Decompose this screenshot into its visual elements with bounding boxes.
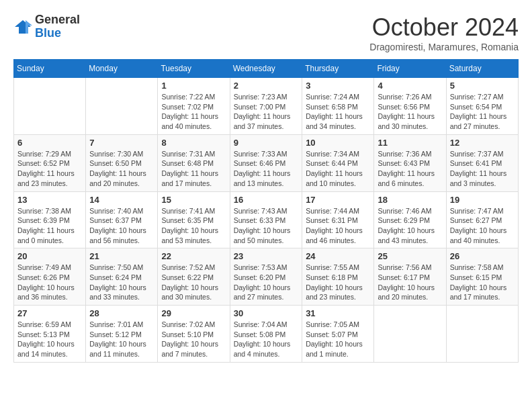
calendar-cell: 18Sunrise: 7:46 AMSunset: 6:29 PMDayligh… [374, 191, 446, 248]
logo-text: General Blue [35, 13, 80, 40]
day-number: 28 [89, 308, 154, 318]
day-info: Sunrise: 7:46 AMSunset: 6:29 PMDaylight:… [378, 206, 442, 246]
day-info: Sunrise: 7:56 AMSunset: 6:17 PMDaylight:… [378, 263, 442, 302]
day-info: Sunrise: 7:02 AMSunset: 5:10 PMDaylight:… [161, 320, 226, 359]
day-info: Sunrise: 7:37 AMSunset: 6:41 PMDaylight:… [450, 149, 515, 189]
day-number: 5 [450, 81, 515, 91]
calendar-cell [14, 78, 86, 135]
calendar-cell: 5Sunrise: 7:27 AMSunset: 6:54 PMDaylight… [446, 78, 518, 135]
day-number: 4 [378, 81, 442, 91]
calendar-cell: 29Sunrise: 7:02 AMSunset: 5:10 PMDayligh… [158, 306, 230, 363]
day-number: 2 [234, 81, 298, 91]
calendar-cell: 26Sunrise: 7:58 AMSunset: 6:15 PMDayligh… [446, 248, 518, 306]
day-number: 30 [234, 308, 298, 318]
weekday-header-monday: Monday [86, 60, 158, 78]
day-number: 3 [306, 81, 370, 91]
day-info: Sunrise: 7:34 AMSunset: 6:44 PMDaylight:… [306, 149, 370, 189]
calendar-cell: 11Sunrise: 7:36 AMSunset: 6:43 PMDayligh… [374, 134, 446, 191]
weekday-header-tuesday: Tuesday [158, 60, 230, 78]
day-number: 26 [450, 251, 515, 261]
day-info: Sunrise: 7:47 AMSunset: 6:27 PMDaylight:… [450, 206, 515, 246]
calendar-cell [86, 78, 158, 135]
location: Dragomiresti, Maramures, Romania [369, 42, 519, 52]
day-info: Sunrise: 7:33 AMSunset: 6:46 PMDaylight:… [234, 149, 298, 189]
calendar-week-4: 20Sunrise: 7:49 AMSunset: 6:26 PMDayligh… [14, 248, 519, 306]
month-title: October 2024 [369, 13, 519, 42]
calendar-cell: 25Sunrise: 7:56 AMSunset: 6:17 PMDayligh… [374, 248, 446, 306]
day-number: 11 [378, 138, 442, 148]
calendar-cell: 22Sunrise: 7:52 AMSunset: 6:22 PMDayligh… [158, 248, 230, 306]
day-info: Sunrise: 7:30 AMSunset: 6:50 PMDaylight:… [89, 149, 154, 189]
day-info: Sunrise: 7:43 AMSunset: 6:33 PMDaylight:… [234, 206, 298, 246]
weekday-header-wednesday: Wednesday [230, 60, 302, 78]
calendar-cell: 13Sunrise: 7:38 AMSunset: 6:39 PMDayligh… [14, 191, 86, 248]
calendar-cell: 12Sunrise: 7:37 AMSunset: 6:41 PMDayligh… [446, 134, 518, 191]
day-info: Sunrise: 7:40 AMSunset: 6:37 PMDaylight:… [89, 206, 154, 246]
calendar-week-2: 6Sunrise: 7:29 AMSunset: 6:52 PMDaylight… [14, 134, 519, 191]
weekday-header-sunday: Sunday [14, 60, 86, 78]
day-number: 7 [89, 138, 154, 148]
logo-blue: Blue [35, 27, 80, 40]
day-number: 6 [17, 138, 82, 148]
day-number: 9 [234, 138, 298, 148]
day-number: 10 [306, 138, 370, 148]
calendar-cell: 23Sunrise: 7:53 AMSunset: 6:20 PMDayligh… [230, 248, 302, 306]
calendar-cell: 7Sunrise: 7:30 AMSunset: 6:50 PMDaylight… [86, 134, 158, 191]
day-info: Sunrise: 7:53 AMSunset: 6:20 PMDaylight:… [234, 263, 298, 302]
day-number: 18 [378, 195, 442, 205]
calendar-cell: 20Sunrise: 7:49 AMSunset: 6:26 PMDayligh… [14, 248, 86, 306]
day-info: Sunrise: 7:49 AMSunset: 6:26 PMDaylight:… [17, 263, 82, 302]
calendar-cell: 6Sunrise: 7:29 AMSunset: 6:52 PMDaylight… [14, 134, 86, 191]
day-info: Sunrise: 7:26 AMSunset: 6:56 PMDaylight:… [378, 92, 442, 132]
calendar-cell: 27Sunrise: 6:59 AMSunset: 5:13 PMDayligh… [14, 306, 86, 363]
day-info: Sunrise: 7:27 AMSunset: 6:54 PMDaylight:… [450, 92, 515, 132]
calendar-cell: 21Sunrise: 7:50 AMSunset: 6:24 PMDayligh… [86, 248, 158, 306]
day-number: 8 [161, 138, 226, 148]
calendar-cell [374, 306, 446, 363]
calendar-cell: 15Sunrise: 7:41 AMSunset: 6:35 PMDayligh… [158, 191, 230, 248]
day-number: 27 [17, 308, 82, 318]
day-info: Sunrise: 7:41 AMSunset: 6:35 PMDaylight:… [161, 206, 226, 246]
day-number: 25 [378, 251, 442, 261]
calendar-week-3: 13Sunrise: 7:38 AMSunset: 6:39 PMDayligh… [14, 191, 519, 248]
logo: General Blue [13, 13, 80, 40]
title-area: October 2024 Dragomiresti, Maramures, Ro… [369, 13, 519, 52]
day-info: Sunrise: 7:36 AMSunset: 6:43 PMDaylight:… [378, 149, 442, 189]
day-number: 1 [161, 81, 226, 91]
day-info: Sunrise: 7:55 AMSunset: 6:18 PMDaylight:… [306, 263, 370, 302]
logo-icon [13, 17, 32, 36]
day-number: 14 [89, 195, 154, 205]
calendar-cell: 9Sunrise: 7:33 AMSunset: 6:46 PMDaylight… [230, 134, 302, 191]
calendar-cell: 8Sunrise: 7:31 AMSunset: 6:48 PMDaylight… [158, 134, 230, 191]
day-number: 20 [17, 251, 82, 261]
calendar-cell [446, 306, 518, 363]
day-info: Sunrise: 7:52 AMSunset: 6:22 PMDaylight:… [161, 263, 226, 302]
calendar-cell: 3Sunrise: 7:24 AMSunset: 6:58 PMDaylight… [302, 78, 374, 135]
day-number: 21 [89, 251, 154, 261]
calendar-table: SundayMondayTuesdayWednesdayThursdayFrid… [13, 59, 519, 363]
day-info: Sunrise: 7:31 AMSunset: 6:48 PMDaylight:… [161, 149, 226, 189]
calendar-cell: 16Sunrise: 7:43 AMSunset: 6:33 PMDayligh… [230, 191, 302, 248]
day-number: 12 [450, 138, 515, 148]
weekday-header-saturday: Saturday [446, 60, 518, 78]
day-number: 16 [234, 195, 298, 205]
day-number: 13 [17, 195, 82, 205]
day-info: Sunrise: 7:22 AMSunset: 7:02 PMDaylight:… [161, 92, 226, 132]
day-number: 19 [450, 195, 515, 205]
day-number: 31 [306, 308, 370, 318]
day-info: Sunrise: 7:38 AMSunset: 6:39 PMDaylight:… [17, 206, 82, 246]
calendar-cell: 2Sunrise: 7:23 AMSunset: 7:00 PMDaylight… [230, 78, 302, 135]
calendar-week-1: 1Sunrise: 7:22 AMSunset: 7:02 PMDaylight… [14, 78, 519, 135]
day-number: 17 [306, 195, 370, 205]
calendar-cell: 24Sunrise: 7:55 AMSunset: 6:18 PMDayligh… [302, 248, 374, 306]
day-number: 24 [306, 251, 370, 261]
weekday-header-thursday: Thursday [302, 60, 374, 78]
calendar-cell: 17Sunrise: 7:44 AMSunset: 6:31 PMDayligh… [302, 191, 374, 248]
weekday-header-friday: Friday [374, 60, 446, 78]
calendar-cell: 28Sunrise: 7:01 AMSunset: 5:12 PMDayligh… [86, 306, 158, 363]
calendar-cell: 10Sunrise: 7:34 AMSunset: 6:44 PMDayligh… [302, 134, 374, 191]
day-info: Sunrise: 6:59 AMSunset: 5:13 PMDaylight:… [17, 320, 82, 359]
page-header: General Blue October 2024 Dragomiresti, … [13, 13, 519, 52]
day-info: Sunrise: 7:05 AMSunset: 5:07 PMDaylight:… [306, 320, 370, 359]
day-info: Sunrise: 7:50 AMSunset: 6:24 PMDaylight:… [89, 263, 154, 302]
